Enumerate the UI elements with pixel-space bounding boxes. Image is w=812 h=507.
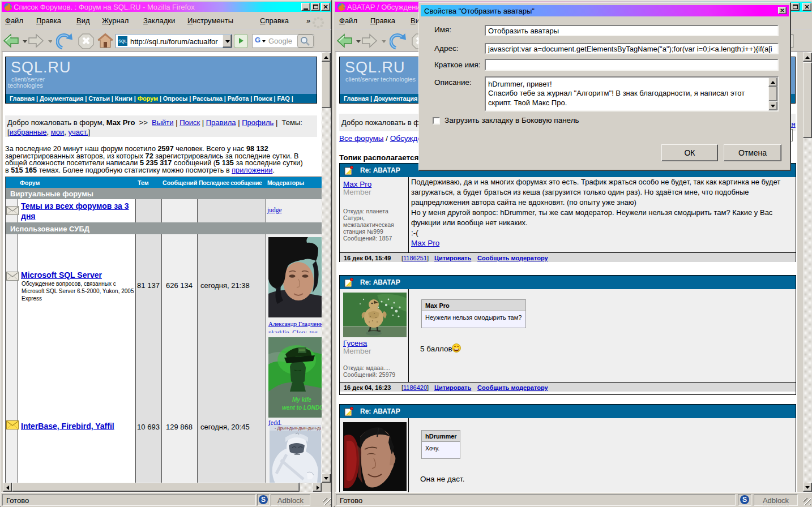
svg-text:- Дрын-дын-дын-дын-дын-: - Дрын-дын-дын-дын-дын- — [275, 426, 321, 431]
svg-text:went to LONDON: went to LONDON — [282, 405, 322, 411]
svg-text:My kife: My kife — [292, 397, 311, 403]
